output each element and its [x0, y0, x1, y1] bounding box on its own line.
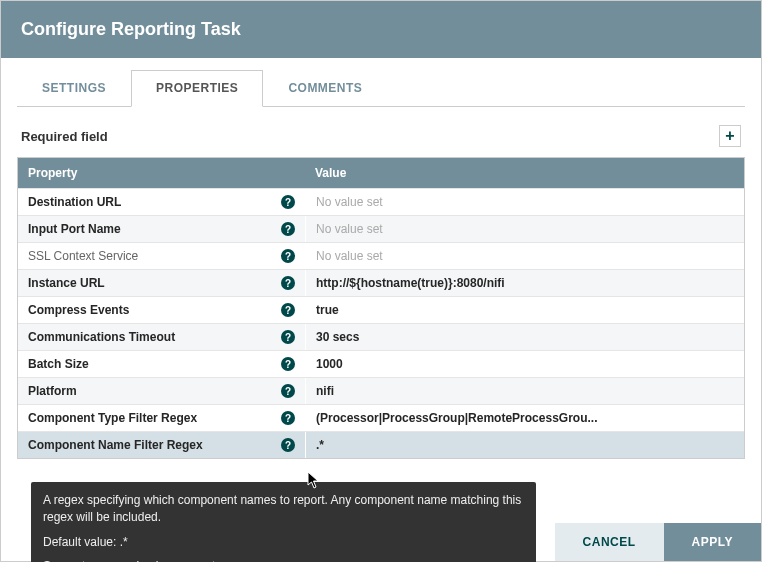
dialog-title: Configure Reporting Task — [21, 19, 241, 39]
help-icon[interactable]: ? — [281, 249, 295, 263]
table-row[interactable]: SSL Context Service?No value set — [18, 242, 744, 269]
property-value-cell[interactable]: (Processor|ProcessGroup|RemoteProcessGro… — [306, 405, 744, 431]
property-value-cell[interactable]: No value set — [306, 189, 744, 215]
tab-properties[interactable]: PROPERTIES — [131, 70, 263, 107]
property-name-cell: Batch Size? — [18, 351, 305, 377]
property-name-cell: Instance URL? — [18, 270, 305, 296]
property-name-cell: Destination URL? — [18, 189, 305, 215]
property-name-cell: Compress Events? — [18, 297, 305, 323]
property-name: SSL Context Service — [28, 249, 138, 263]
property-name-cell: Component Name Filter Regex? — [18, 432, 305, 458]
plus-icon: + — [725, 128, 734, 144]
cancel-button[interactable]: CANCEL — [555, 523, 664, 561]
table-row[interactable]: Batch Size?1000 — [18, 350, 744, 377]
required-field-label: Required field — [21, 129, 108, 144]
tooltip-expression-language: Supports expression language: true — [43, 558, 524, 562]
help-icon[interactable]: ? — [281, 195, 295, 209]
property-name-cell: Platform? — [18, 378, 305, 404]
table-row[interactable]: Platform?nifi — [18, 377, 744, 404]
tooltip-default-value: Default value: .* — [43, 534, 524, 551]
property-value-cell[interactable]: nifi — [306, 378, 744, 404]
apply-button[interactable]: APPLY — [664, 523, 761, 561]
help-icon[interactable]: ? — [281, 222, 295, 236]
help-icon[interactable]: ? — [281, 303, 295, 317]
dialog-header: Configure Reporting Task — [1, 1, 761, 58]
property-name: Batch Size — [28, 357, 89, 371]
property-name: Component Type Filter Regex — [28, 411, 197, 425]
help-icon[interactable]: ? — [281, 330, 295, 344]
add-property-button[interactable]: + — [719, 125, 741, 147]
tooltip-description: A regex specifying which component names… — [43, 492, 524, 526]
column-header-value: Value — [305, 158, 744, 188]
property-name-cell: Communications Timeout? — [18, 324, 305, 350]
table-row[interactable]: Component Type Filter Regex?(Processor|P… — [18, 404, 744, 431]
property-name-cell: Component Type Filter Regex? — [18, 405, 305, 431]
property-name: Platform — [28, 384, 77, 398]
property-value-cell[interactable]: No value set — [306, 216, 744, 242]
table-row[interactable]: Component Name Filter Regex?.* — [18, 431, 744, 458]
help-icon[interactable]: ? — [281, 411, 295, 425]
property-name: Component Name Filter Regex — [28, 438, 203, 452]
property-name: Instance URL — [28, 276, 105, 290]
property-value-cell[interactable]: .* — [306, 432, 744, 458]
property-value-cell[interactable]: true — [306, 297, 744, 323]
table-row[interactable]: Communications Timeout?30 secs — [18, 323, 744, 350]
table-row[interactable]: Input Port Name?No value set — [18, 215, 744, 242]
property-name-cell: Input Port Name? — [18, 216, 305, 242]
column-header-property: Property — [18, 158, 305, 188]
properties-table: Property Value Destination URL?No value … — [17, 157, 745, 459]
table-row[interactable]: Compress Events?true — [18, 296, 744, 323]
property-name: Destination URL — [28, 195, 121, 209]
tab-comments[interactable]: COMMENTS — [263, 70, 387, 106]
dialog-content: SETTINGS PROPERTIES COMMENTS Required fi… — [1, 58, 761, 523]
help-icon[interactable]: ? — [281, 276, 295, 290]
help-icon[interactable]: ? — [281, 357, 295, 371]
tabs: SETTINGS PROPERTIES COMMENTS — [17, 70, 745, 107]
property-name: Compress Events — [28, 303, 129, 317]
required-field-row: Required field + — [17, 119, 745, 157]
property-value-cell[interactable]: No value set — [306, 243, 744, 269]
table-row[interactable]: Instance URL?http://${hostname(true)}:80… — [18, 269, 744, 296]
property-value-cell[interactable]: http://${hostname(true)}:8080/nifi — [306, 270, 744, 296]
property-name-cell: SSL Context Service? — [18, 243, 305, 269]
property-value-cell[interactable]: 30 secs — [306, 324, 744, 350]
table-header: Property Value — [18, 158, 744, 188]
property-name: Communications Timeout — [28, 330, 175, 344]
help-icon[interactable]: ? — [281, 438, 295, 452]
table-row[interactable]: Destination URL?No value set — [18, 188, 744, 215]
table-body: Destination URL?No value setInput Port N… — [18, 188, 744, 458]
configure-reporting-task-dialog: Configure Reporting Task SETTINGS PROPER… — [0, 0, 762, 562]
property-name: Input Port Name — [28, 222, 121, 236]
help-tooltip: A regex specifying which component names… — [31, 482, 536, 562]
tab-settings[interactable]: SETTINGS — [17, 70, 131, 106]
property-value-cell[interactable]: 1000 — [306, 351, 744, 377]
help-icon[interactable]: ? — [281, 384, 295, 398]
